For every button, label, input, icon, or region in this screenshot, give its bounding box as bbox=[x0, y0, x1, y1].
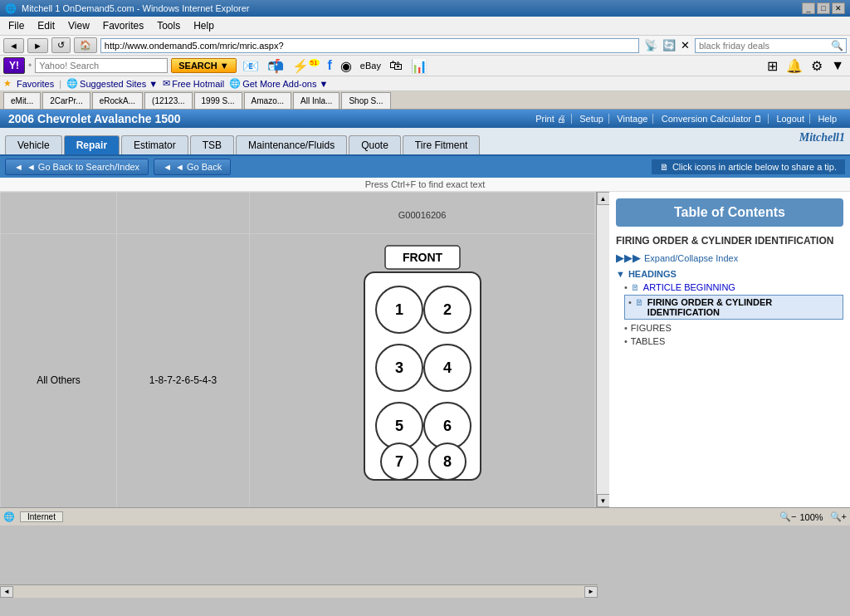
tab-tire-fitment[interactable]: Tire Fitment bbox=[403, 135, 481, 154]
free-hotmail-link[interactable]: ✉ Free Hotmail bbox=[163, 78, 224, 89]
content-area: G00016206 All Others 1-8-7-2-6-5-4-3 FRO… bbox=[0, 192, 596, 507]
content-scroll[interactable]: G00016206 All Others 1-8-7-2-6-5-4-3 FRO… bbox=[0, 192, 595, 507]
zoom-down-icon[interactable]: 🔍− bbox=[779, 511, 796, 522]
engine-diagram-svg: FRONT 1 3 5 bbox=[340, 239, 506, 505]
expand-collapse-row: ▶▶▶ Expand/Collapse Index bbox=[616, 252, 843, 264]
tab-vehicle[interactable]: Vehicle bbox=[5, 135, 62, 154]
toolbar-shop-icon[interactable]: 🛍 bbox=[387, 58, 405, 73]
minimize-button[interactable]: _ bbox=[802, 2, 815, 14]
toolbar-mail-icon[interactable]: 📧 bbox=[240, 58, 261, 74]
bullet-figures-icon: • bbox=[624, 323, 628, 333]
headings-label[interactable]: ▼ HEADINGS bbox=[616, 269, 843, 279]
address-bar: ◄ ► ↺ 🏠 📡 🔄 ✕ 🔍 bbox=[0, 36, 850, 56]
tab-estimator[interactable]: Estimator bbox=[121, 135, 188, 154]
help-menu[interactable]: Help bbox=[188, 18, 219, 33]
toolbar-settings-icon[interactable]: ⚙ bbox=[808, 58, 825, 74]
browser-tab-0[interactable]: eMit... bbox=[3, 92, 41, 109]
address-search-button[interactable]: 🔍 bbox=[828, 40, 846, 51]
tables-row[interactable]: • TABLES bbox=[624, 336, 843, 346]
addon-icon: 🌐 bbox=[229, 78, 241, 89]
tab-tsb[interactable]: TSB bbox=[190, 135, 234, 154]
close-button[interactable]: ✕ bbox=[832, 2, 845, 14]
toolbar-bell-icon[interactable]: 🔔 bbox=[784, 58, 805, 74]
app-tabs: Vehicle Repair Estimator TSB Maintenance… bbox=[0, 128, 850, 156]
top-diagram-cell: G00016206 bbox=[250, 193, 595, 234]
figures-row[interactable]: • FIGURES bbox=[624, 323, 843, 333]
browser-tab-1[interactable]: 2CarPr... bbox=[42, 92, 90, 109]
toolbar-grid-icon[interactable]: ⊞ bbox=[765, 58, 780, 74]
back-button[interactable]: ◄ bbox=[3, 38, 24, 53]
view-menu[interactable]: View bbox=[63, 18, 95, 33]
toolbar-inbox-icon[interactable]: 📬 bbox=[265, 58, 286, 74]
toc-item-firing-order[interactable]: • 🗎 FIRING ORDER & CYLINDER IDENTIFICATI… bbox=[624, 295, 843, 320]
yahoo-button[interactable]: Y! bbox=[3, 57, 25, 74]
browser-tab-5[interactable]: Amazo... bbox=[244, 92, 291, 109]
edit-menu[interactable]: Edit bbox=[32, 18, 60, 33]
yahoo-search-button[interactable]: SEARCH ▼ bbox=[171, 58, 236, 73]
content-table: G00016206 All Others 1-8-7-2-6-5-4-3 FRO… bbox=[0, 192, 595, 507]
tab-maintenance[interactable]: Maintenance/Fluids bbox=[236, 135, 347, 154]
address-search-input[interactable] bbox=[696, 39, 828, 52]
browser-tab-2[interactable]: eRockA... bbox=[92, 92, 143, 109]
bullet-tables-icon: • bbox=[624, 336, 628, 346]
toolbar-chart-icon[interactable]: 📊 bbox=[408, 58, 430, 74]
conversion-calculator-link[interactable]: Conversion Calculator 🗒 bbox=[657, 114, 769, 124]
vintage-link[interactable]: Vintage bbox=[612, 114, 653, 124]
table-row-top: G00016206 bbox=[1, 193, 595, 234]
setup-link[interactable]: Setup bbox=[574, 114, 609, 124]
table-row-main: All Others 1-8-7-2-6-5-4-3 FRONT bbox=[1, 234, 595, 508]
rss-icon[interactable]: 📡 bbox=[642, 39, 659, 51]
zoom-level: 100% bbox=[799, 512, 823, 522]
stop-button[interactable]: ✕ bbox=[679, 39, 691, 51]
maximize-button[interactable]: □ bbox=[817, 2, 830, 14]
help-link[interactable]: Help bbox=[813, 114, 842, 124]
browser-tab-3[interactable]: (12123... bbox=[144, 92, 192, 109]
file-menu[interactable]: File bbox=[3, 18, 29, 33]
right-sidebar: Table of Contents FIRING ORDER & CYLINDE… bbox=[609, 192, 850, 507]
scroll-down-arrow[interactable]: ▼ bbox=[597, 494, 610, 507]
logout-link[interactable]: Logout bbox=[771, 114, 810, 124]
go-back-button[interactable]: ◄ ◄ Go Back bbox=[154, 159, 231, 175]
vehicle-title: 2006 Chevrolet Avalanche 1500 bbox=[8, 112, 181, 125]
expand-collapse-link[interactable]: Expand/Collapse Index bbox=[644, 253, 738, 263]
status-icon: 🌐 bbox=[3, 511, 15, 522]
ie-icon: 🌐 bbox=[66, 78, 78, 89]
refresh-button[interactable]: ↺ bbox=[51, 37, 71, 53]
back-to-search-button[interactable]: ◄ ◄ Go Back to Search/Index bbox=[5, 159, 149, 175]
browser-tab-7[interactable]: Shop S... bbox=[341, 92, 390, 109]
browser-tab-6[interactable]: All Inla... bbox=[293, 92, 340, 109]
status-right: 🔍− 100% 🔍+ bbox=[779, 511, 847, 522]
vertical-scrollbar[interactable]: ▲ ▼ bbox=[596, 192, 609, 507]
expand-arrows-icon[interactable]: ▶▶▶ bbox=[616, 252, 641, 264]
yahoo-search-input[interactable] bbox=[35, 58, 168, 73]
forward-button[interactable]: ► bbox=[27, 38, 48, 53]
toolbar-circle-icon[interactable]: ◉ bbox=[338, 58, 354, 74]
title-bar: 🌐 Mitchell 1 OnDemand5.com - Windows Int… bbox=[0, 0, 850, 17]
scroll-track[interactable] bbox=[597, 205, 609, 494]
tab-quote[interactable]: Quote bbox=[349, 135, 401, 154]
home-button[interactable]: 🏠 bbox=[74, 37, 97, 53]
toc-item-article-beginning[interactable]: • 🗎 ARTICLE BEGINNING bbox=[624, 282, 843, 292]
toolbar-facebook-icon[interactable]: f bbox=[325, 58, 335, 73]
suggested-sites-link[interactable]: 🌐 Suggested Sites ▼ bbox=[66, 78, 158, 89]
zoom-up-icon[interactable]: 🔍+ bbox=[830, 511, 847, 522]
address-input[interactable] bbox=[100, 38, 639, 53]
all-others-cell: All Others bbox=[1, 234, 117, 508]
app-header: 2006 Chevrolet Avalanche 1500 Print 🖨 Se… bbox=[0, 110, 850, 128]
tab-repair[interactable]: Repair bbox=[64, 135, 120, 154]
refresh-addr-btn[interactable]: 🔄 bbox=[661, 39, 677, 51]
toolbar-more-icon[interactable]: ▼ bbox=[828, 58, 847, 74]
scroll-up-arrow[interactable]: ▲ bbox=[597, 192, 610, 205]
favorites-link[interactable]: Favorites bbox=[17, 79, 54, 89]
yahoo-separator: • bbox=[28, 60, 32, 71]
browser-tab-4[interactable]: 1999 S... bbox=[194, 92, 242, 109]
top-diagram-label: G00016206 bbox=[258, 210, 586, 220]
toolbar-ebay-icon[interactable]: eBay bbox=[358, 61, 383, 71]
tools-menu[interactable]: Tools bbox=[152, 18, 185, 33]
print-link[interactable]: Print 🖨 bbox=[530, 114, 572, 124]
more-addons-link[interactable]: 🌐 Get More Add-ons ▼ bbox=[229, 78, 328, 89]
mitchell-logo: Mitchell1 bbox=[799, 131, 845, 154]
favorites-menu[interactable]: Favorites bbox=[98, 18, 149, 33]
svg-text:5: 5 bbox=[394, 418, 403, 434]
toolbar-alerts-icon[interactable]: ⚡51 bbox=[290, 58, 322, 74]
